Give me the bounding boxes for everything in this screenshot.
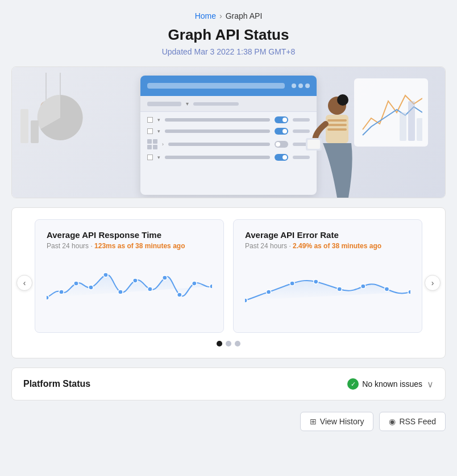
mockup-checkbox-1 <box>147 117 153 123</box>
svg-rect-12 <box>327 128 347 131</box>
right-chart-svg <box>360 84 422 141</box>
mockup-header-bar <box>147 83 285 89</box>
mockup-expand-icon-3: › <box>162 141 164 147</box>
ui-mockup: ▾ ▾ ▾ <box>140 76 317 195</box>
mockup-grid-icon <box>147 139 157 149</box>
mockup-toggle-4 <box>275 154 288 161</box>
carousel-prev-button[interactable]: ‹ <box>16 275 32 291</box>
mockup-row-3: › <box>147 139 310 149</box>
carousel-next-button[interactable]: › <box>425 275 441 291</box>
view-history-icon: ⊞ <box>310 417 317 426</box>
page-wrapper: Home › Graph API Graph API Status Update… <box>0 0 457 442</box>
svg-point-28 <box>192 281 197 286</box>
rss-feed-button[interactable]: ◉ RSS Feed <box>379 412 446 431</box>
carousel-dot-1[interactable] <box>217 341 222 346</box>
breadcrumb-home-link[interactable]: Home <box>195 11 216 20</box>
platform-status-title: Platform Status <box>23 379 90 389</box>
svg-point-23 <box>118 290 123 294</box>
svg-rect-16 <box>408 101 415 141</box>
page-subtitle: Updated Mar 3 2022 1:38 PM GMT+8 <box>162 47 296 56</box>
mockup-row-4: ▾ <box>147 154 310 161</box>
svg-point-36 <box>384 287 389 291</box>
mockup-subheader-item <box>147 102 181 106</box>
mockup-checkbox-2 <box>147 128 153 134</box>
rss-feed-icon: ◉ <box>389 417 396 426</box>
svg-point-29 <box>210 284 212 289</box>
breadcrumb-current: Graph API <box>226 11 263 20</box>
mockup-dots <box>292 83 310 88</box>
metric-card-1: Average API Response Time Past 24 hours … <box>35 219 224 333</box>
rss-feed-label: RSS Feed <box>399 417 436 426</box>
view-history-button[interactable]: ⊞ View History <box>300 412 374 431</box>
person-figure-svg <box>306 90 357 198</box>
status-badge: ✓ No known issues <box>347 378 422 390</box>
svg-rect-10 <box>327 119 347 122</box>
illustration-container: ▾ ▾ ▾ <box>12 67 445 198</box>
svg-point-22 <box>103 273 108 277</box>
metric-card-2: Average API Error Rate Past 24 hours · 2… <box>233 219 422 333</box>
mockup-row-label-2 <box>165 130 270 133</box>
status-text: No known issues <box>362 379 422 389</box>
carousel-dot-2[interactable] <box>226 341 231 346</box>
svg-rect-14 <box>308 140 320 149</box>
page-title: Graph API Status <box>168 26 289 44</box>
svg-point-30 <box>245 298 247 303</box>
mockup-subheader-bar2 <box>193 102 239 106</box>
chart-svg-2 <box>245 258 410 315</box>
hero-card: ▾ ▾ ▾ <box>11 66 446 198</box>
left-illustration <box>29 73 86 143</box>
carousel-dot-3[interactable] <box>235 341 240 346</box>
breadcrumb: Home › Graph API <box>195 11 263 20</box>
mockup-row-label-3 <box>168 143 270 146</box>
metric-title-1: Average API Response Time <box>47 230 212 240</box>
mockup-toggle-2 <box>275 128 288 135</box>
platform-status-card: Platform Status ✓ No known issues ∨ <box>11 368 446 400</box>
status-right: ✓ No known issues ∨ <box>347 378 434 390</box>
svg-point-19 <box>59 290 64 294</box>
svg-point-18 <box>47 295 49 300</box>
carousel-next-icon: › <box>431 278 434 287</box>
mockup-header <box>140 76 317 96</box>
right-chart-illustration <box>354 78 428 147</box>
chart-svg-1 <box>47 258 212 315</box>
mockup-row-label-4 <box>165 156 270 159</box>
metric-value-1: 123ms as of 38 minutes ago <box>94 242 185 250</box>
mockup-toggle-3 <box>275 141 288 148</box>
svg-rect-6 <box>31 120 39 143</box>
svg-point-20 <box>74 281 78 286</box>
mockup-row-label-1 <box>165 118 270 122</box>
breadcrumb-separator: › <box>219 11 222 20</box>
bar-chart-svg <box>20 92 49 143</box>
metric-subtitle-1: Past 24 hours · 123ms as of 38 minutes a… <box>47 242 212 250</box>
svg-point-27 <box>177 293 182 297</box>
svg-point-35 <box>361 284 365 289</box>
footer-buttons: ⊞ View History ◉ RSS Feed <box>11 412 446 431</box>
metric-value-2: 2.49% as of 38 minutes ago <box>293 242 381 250</box>
svg-rect-15 <box>400 112 406 141</box>
svg-point-21 <box>89 285 93 290</box>
svg-point-32 <box>290 281 294 286</box>
svg-point-8 <box>337 94 348 106</box>
svg-point-34 <box>337 287 342 291</box>
chevron-down-icon[interactable]: ∨ <box>427 379 434 390</box>
mockup-toggle-1 <box>275 116 288 123</box>
svg-point-24 <box>133 278 138 283</box>
mockup-dot-2 <box>298 83 303 88</box>
svg-rect-5 <box>20 109 28 143</box>
mockup-expand-icon: ▾ <box>157 117 160 123</box>
mockup-dot-1 <box>292 83 296 88</box>
metric-chart-2 <box>245 258 410 315</box>
metric-chart-1 <box>47 258 212 315</box>
mockup-row-2: ▾ <box>147 128 310 135</box>
mockup-checkbox-4 <box>147 155 153 160</box>
metric-title-2: Average API Error Rate <box>245 230 410 240</box>
metric-subtitle-2: Past 24 hours · 2.49% as of 38 minutes a… <box>245 242 410 250</box>
svg-point-31 <box>266 290 271 294</box>
mockup-expand-icon-2: ▾ <box>157 128 160 134</box>
view-history-label: View History <box>320 417 364 426</box>
svg-point-26 <box>163 275 167 280</box>
mockup-row-1: ▾ <box>147 116 310 123</box>
svg-point-33 <box>314 279 318 284</box>
mockup-arrow-icon: ▾ <box>186 101 189 107</box>
mockup-expand-icon-4: ▾ <box>157 155 160 160</box>
